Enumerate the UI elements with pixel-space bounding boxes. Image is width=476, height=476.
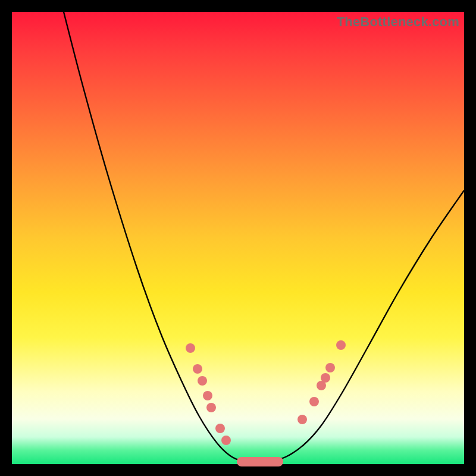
curve-bottom-bump xyxy=(237,457,283,466)
chart-svg xyxy=(12,12,464,464)
curve-dots-group xyxy=(186,340,346,445)
chart-plot-area: TheBottleneck.com xyxy=(12,12,464,464)
curve-dot xyxy=(221,436,231,445)
curve-dot xyxy=(206,403,216,412)
curve-dot xyxy=(193,364,202,374)
curve-dot xyxy=(203,391,212,400)
curve-dot xyxy=(309,397,319,406)
curve-dot xyxy=(325,363,335,372)
curve-dot xyxy=(321,373,330,383)
chart-stage: TheBottleneck.com xyxy=(0,0,476,476)
curve-dot xyxy=(215,424,225,433)
bottleneck-curve xyxy=(64,12,464,462)
curve-dot xyxy=(186,343,195,353)
curve-dot xyxy=(198,376,207,386)
curve-dot xyxy=(336,340,346,350)
curve-dot xyxy=(298,415,307,424)
